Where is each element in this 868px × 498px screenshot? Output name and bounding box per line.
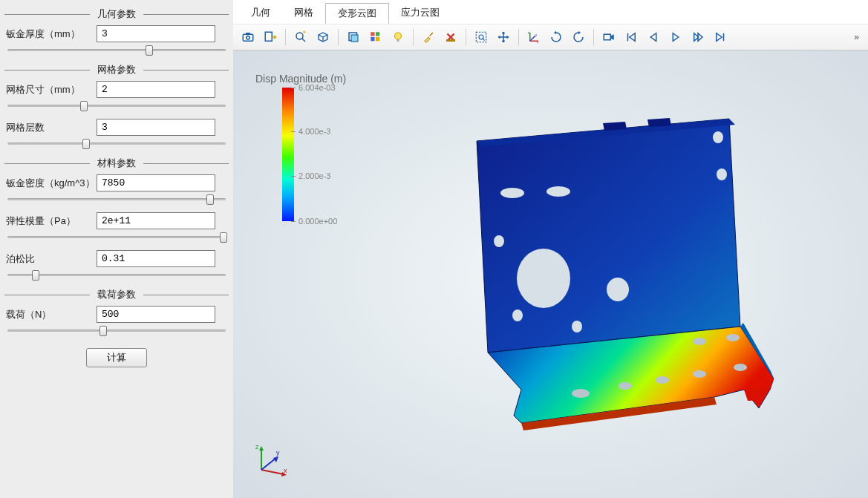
density-label: 钣金密度（kg/m^3）	[4, 177, 97, 190]
svg-point-49	[693, 370, 706, 378]
mesh-layers-input[interactable]	[97, 119, 215, 136]
svg-point-34	[517, 249, 570, 308]
rotate-cw-icon[interactable]	[546, 27, 567, 47]
svg-text:y: y	[535, 33, 538, 37]
svg-text:y: y	[276, 449, 280, 456]
youngs-input[interactable]	[97, 212, 215, 229]
zoom-box-icon[interactable]	[471, 27, 492, 47]
mesh-layers-slider[interactable]	[7, 137, 226, 149]
frame-icon[interactable]	[343, 27, 364, 47]
palette-icon[interactable]	[365, 27, 386, 47]
svg-rect-9	[376, 32, 379, 36]
thickness-slider[interactable]	[7, 44, 226, 56]
force-input[interactable]	[97, 306, 215, 323]
svg-text:z: z	[528, 30, 530, 35]
svg-marker-54	[259, 446, 264, 451]
prev-icon[interactable]	[643, 27, 664, 47]
viewer-toolbar: zxy »	[233, 24, 868, 50]
svg-line-59	[261, 458, 276, 470]
youngs-label: 弹性模量（Pa）	[4, 214, 97, 228]
pan-icon[interactable]	[493, 27, 514, 47]
svg-line-14	[430, 33, 434, 36]
poisson-label: 泊松比	[4, 252, 97, 266]
svg-text:x: x	[284, 467, 287, 474]
svg-text:z: z	[255, 443, 259, 451]
svg-point-39	[713, 131, 723, 143]
export-icon[interactable]	[260, 27, 281, 47]
next-icon[interactable]	[688, 27, 708, 47]
thickness-label: 钣金厚度（mm）	[4, 27, 97, 41]
force-label: 载荷（N）	[4, 308, 97, 321]
tab-geometry[interactable]: 几何	[239, 3, 282, 24]
calculate-button[interactable]: 计算	[86, 348, 147, 367]
svg-point-50	[693, 338, 706, 345]
toolbar-overflow[interactable]: »	[849, 32, 864, 42]
last-icon[interactable]	[710, 27, 731, 47]
lightbulb-icon[interactable]	[388, 27, 408, 47]
tab-stress[interactable]: 应力云图	[389, 3, 451, 24]
poisson-slider[interactable]	[7, 269, 226, 281]
rotate-ccw-icon[interactable]	[568, 27, 589, 47]
projection-icon[interactable]	[313, 27, 333, 47]
svg-line-56	[261, 470, 284, 474]
svg-rect-11	[376, 37, 379, 41]
svg-line-5	[302, 39, 306, 42]
svg-point-19	[479, 35, 483, 39]
section-geometry: 几何参数	[4, 7, 229, 21]
svg-rect-17	[446, 39, 455, 42]
poisson-input[interactable]	[97, 250, 215, 267]
svg-text:x: x	[537, 39, 539, 44]
legend-bar	[282, 88, 294, 221]
svg-point-47	[619, 382, 632, 390]
svg-point-37	[512, 309, 523, 321]
screenshot-icon[interactable]	[238, 27, 258, 47]
section-mesh: 网格参数	[4, 63, 229, 76]
svg-point-12	[395, 33, 402, 39]
result-viewport[interactable]: Disp Magnitude (m) 6.004e-03 4.000e-3 2.…	[233, 50, 868, 498]
mesh-size-slider[interactable]	[7, 99, 226, 111]
record-icon[interactable]	[598, 27, 619, 47]
youngs-slider[interactable]	[7, 231, 226, 243]
density-input[interactable]	[97, 174, 215, 191]
delete-icon[interactable]	[440, 27, 461, 47]
svg-rect-2	[246, 33, 250, 34]
svg-rect-27	[604, 34, 610, 40]
svg-line-23	[530, 36, 535, 42]
brush-icon[interactable]	[418, 27, 439, 47]
thickness-input[interactable]	[97, 25, 215, 42]
density-slider[interactable]	[7, 193, 226, 205]
svg-point-52	[734, 364, 747, 371]
model-view	[328, 96, 774, 453]
mesh-size-label: 网格尺寸（mm）	[4, 83, 97, 96]
tab-mesh[interactable]: 网格	[282, 3, 325, 24]
mesh-layers-label: 网格层数	[4, 121, 97, 134]
svg-rect-7	[351, 35, 358, 42]
svg-point-40	[717, 168, 727, 180]
first-icon[interactable]	[621, 27, 642, 47]
svg-point-42	[546, 186, 570, 197]
svg-rect-18	[476, 32, 486, 42]
axis-icon[interactable]: zxy	[523, 27, 544, 47]
force-slider[interactable]	[7, 324, 226, 336]
svg-marker-32	[603, 122, 627, 131]
parameter-panel: 几何参数 钣金厚度（mm） 网格参数 网格尺寸（mm） 网格层数 材料参数 钣金…	[0, 0, 233, 498]
svg-rect-8	[371, 32, 374, 36]
svg-rect-10	[371, 37, 374, 41]
svg-marker-33	[647, 118, 671, 127]
svg-point-41	[500, 188, 524, 198]
play-icon[interactable]	[665, 27, 686, 47]
mesh-size-input[interactable]	[97, 81, 215, 98]
svg-point-35	[607, 278, 629, 301]
svg-point-36	[494, 235, 504, 247]
svg-point-51	[726, 334, 740, 341]
quick-zoom-icon[interactable]	[290, 27, 311, 47]
section-material: 材料参数	[4, 157, 229, 170]
result-area: 几何 网格 变形云图 应力云图 zxy » Disp Mag	[233, 0, 868, 498]
svg-rect-3	[265, 32, 272, 41]
svg-point-1	[247, 36, 250, 40]
svg-point-46	[572, 389, 590, 398]
svg-point-38	[572, 321, 582, 332]
coordinate-triad: z x y	[254, 440, 291, 477]
tab-deformation[interactable]: 变形云图	[325, 3, 389, 24]
svg-rect-0	[243, 34, 253, 41]
